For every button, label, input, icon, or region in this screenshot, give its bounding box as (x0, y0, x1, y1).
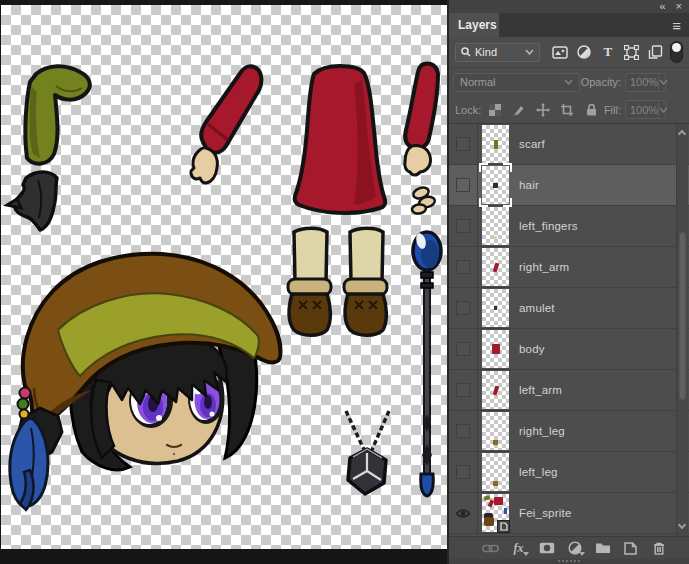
filter-adjustment-layers-icon[interactable] (575, 44, 592, 61)
layer-thumbnail[interactable] (482, 494, 509, 532)
collapse-panel-icon[interactable]: « (659, 1, 665, 12)
sprite-hair-piece (7, 172, 57, 230)
lock-row: Lock: Fill: 100% (449, 96, 689, 124)
panel-titlebar: « × (449, 0, 689, 13)
layer-thumbnail[interactable] (482, 330, 509, 368)
lock-all-icon[interactable] (584, 103, 598, 117)
layer-name: left_leg (519, 466, 558, 478)
feather (10, 419, 48, 510)
visibility-toggle[interactable] (449, 370, 478, 410)
sprite-body (295, 66, 386, 213)
opacity-value: 100% (626, 76, 658, 88)
layer-row-right-leg[interactable]: right_leg (449, 411, 689, 452)
layer-thumbnail[interactable] (482, 289, 509, 327)
layer-thumbnail[interactable] (482, 125, 509, 163)
scrollbar-thumb[interactable] (679, 232, 686, 400)
visibility-toggle[interactable] (449, 206, 478, 246)
filter-toggle-switch[interactable] (670, 41, 683, 63)
delete-layer-icon[interactable] (650, 540, 667, 556)
layer-name: amulet (519, 302, 555, 314)
new-group-icon[interactable] (594, 540, 611, 556)
layer-name: left_fingers (519, 220, 578, 232)
sprite-amulet (346, 411, 389, 494)
visibility-toggle[interactable] (449, 288, 478, 328)
lock-position-move-icon[interactable] (536, 103, 550, 117)
layer-thumbnail[interactable] (482, 453, 509, 491)
blend-mode-value: Normal (460, 76, 495, 88)
panel-menu-icon[interactable]: ≡ (672, 13, 689, 37)
layer-name: scarf (519, 138, 545, 150)
layer-row-right-arm[interactable]: right_arm (449, 247, 689, 288)
visibility-toggle[interactable] (449, 247, 478, 287)
lock-artboard-icon[interactable] (560, 103, 574, 117)
visibility-toggle[interactable] (449, 329, 478, 369)
layer-thumbnail[interactable] (482, 207, 509, 245)
layer-filter-row: Kind T (449, 37, 689, 68)
fill-input[interactable]: 100% (625, 100, 666, 119)
filter-kind-label: Kind (475, 46, 497, 58)
smart-object-badge (497, 520, 510, 533)
sprite-scarf (25, 66, 89, 163)
layer-thumbnail[interactable] (482, 248, 509, 286)
layers-scrollbar[interactable] (676, 124, 688, 536)
close-panel-icon[interactable]: × (676, 1, 682, 12)
layers-panel-footer: fx (449, 536, 689, 559)
layer-row-left-arm[interactable]: left_arm (449, 370, 689, 411)
lock-label: Lock: (455, 104, 481, 116)
layer-row-scarf[interactable]: scarf (449, 124, 689, 165)
layers-list: scarf hair left_fingers right_arm am (449, 124, 689, 536)
layers-panel: « × Layers ≡ Kind (447, 0, 689, 564)
layer-row-body[interactable]: body (449, 329, 689, 370)
add-layer-mask-icon[interactable] (538, 540, 555, 556)
layer-row-hair[interactable]: hair (449, 165, 689, 206)
new-adjustment-layer-icon[interactable] (566, 540, 583, 556)
chin-dot (173, 453, 176, 456)
link-layers-icon[interactable] (482, 540, 499, 556)
layer-thumbnail[interactable] (482, 412, 509, 450)
search-icon (461, 47, 471, 57)
new-layer-icon[interactable] (622, 540, 639, 556)
layer-row-left-fingers[interactable]: left_fingers (449, 206, 689, 247)
scroll-up-icon[interactable] (678, 130, 686, 138)
panel-tabbar: Layers ≡ (449, 13, 689, 37)
layer-row-left-leg[interactable]: left_leg (449, 452, 689, 493)
sprite-left-fingers (411, 186, 436, 215)
scroll-down-icon[interactable] (678, 521, 686, 529)
layer-name: hair (519, 179, 539, 191)
visibility-toggle[interactable] (449, 452, 478, 492)
panel-resize-grip[interactable] (449, 559, 689, 564)
layer-thumbnail[interactable] (482, 371, 509, 409)
fill-dropdown-icon[interactable] (658, 101, 668, 118)
filter-pixel-layers-icon[interactable] (551, 44, 568, 61)
document-canvas[interactable] (0, 0, 447, 564)
opacity-label: Opacity: (581, 76, 621, 88)
tab-layers[interactable]: Layers (449, 13, 499, 37)
hat-beads (18, 388, 31, 419)
layer-name: right_arm (519, 261, 569, 273)
layer-name: Fei_sprite (519, 507, 572, 519)
filter-shape-layers-icon[interactable] (623, 44, 640, 61)
layer-thumbnail[interactable] (482, 166, 509, 204)
filter-smart-objects-icon[interactable] (647, 44, 664, 61)
filter-kind-dropdown[interactable]: Kind (455, 43, 540, 62)
visibility-toggle[interactable] (449, 411, 478, 451)
sprite-sheet-artwork (0, 0, 447, 564)
visibility-toggle[interactable] (449, 493, 478, 533)
sprite-head (10, 254, 281, 510)
opacity-input[interactable]: 100% (625, 73, 666, 92)
layer-style-fx-icon[interactable]: fx (510, 540, 527, 556)
sprite-left-leg (344, 228, 387, 335)
photoshop-window: « × Layers ≡ Kind (0, 0, 689, 564)
layer-row-fei-sprite[interactable]: Fei_sprite (449, 493, 689, 534)
layer-name: right_leg (519, 425, 565, 437)
visibility-toggle[interactable] (449, 165, 478, 205)
blend-mode-select[interactable]: Normal (453, 73, 580, 92)
opacity-dropdown-icon[interactable] (658, 74, 668, 91)
layer-row-amulet[interactable]: amulet (449, 288, 689, 329)
filter-type-layers-icon[interactable]: T (599, 44, 616, 61)
lock-paint-brush-icon[interactable] (512, 103, 526, 117)
lock-transparency-icon[interactable] (488, 103, 502, 117)
layer-name: body (519, 343, 545, 355)
sprite-right-arm (405, 63, 438, 175)
visibility-toggle[interactable] (449, 124, 478, 164)
